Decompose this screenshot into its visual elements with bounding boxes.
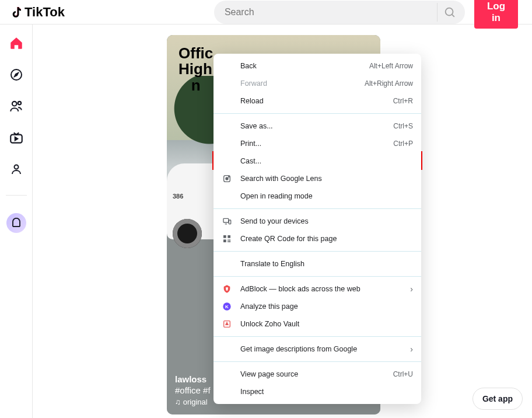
svg-rect-16 [228, 241, 229, 242]
svg-text:K: K [225, 304, 229, 309]
live-icon [9, 130, 24, 145]
ctx-item-get-image-descriptions-from-google[interactable]: Get image descriptions from Google› [214, 340, 421, 358]
ctx-label: Translate to English [240, 260, 413, 268]
tiktok-note-icon [9, 5, 23, 19]
lens-icon [222, 174, 232, 183]
svg-rect-15 [229, 239, 230, 241]
svg-point-3 [18, 102, 20, 104]
sidebar-item-following[interactable] [8, 98, 24, 114]
analyze-icon: K [222, 302, 232, 311]
person-icon [9, 162, 23, 176]
ctx-label: Back [240, 62, 361, 70]
ctx-item-view-page-source[interactable]: View page sourceCtrl+U [214, 365, 421, 383]
ctx-label: Unlock Zoho Vault [240, 320, 413, 328]
sidebar-item-live[interactable] [8, 130, 24, 146]
ctx-item-send-to-your-devices[interactable]: Send to your devices [214, 213, 421, 230]
ctx-item-unlock-zoho-vault[interactable]: Unlock Zoho Vault [214, 315, 421, 333]
ctx-shortcut: Ctrl+R [393, 97, 413, 105]
browser-context-menu: BackAlt+Left ArrowForwardAlt+Right Arrow… [214, 54, 421, 404]
ctx-label: Analyze this page [240, 302, 413, 311]
sidebar-item-profile[interactable] [8, 161, 24, 177]
vault-icon [222, 319, 232, 329]
svg-rect-10 [229, 220, 230, 224]
ctx-label: Reload [240, 97, 385, 105]
arch-icon [11, 218, 22, 228]
ctx-label: Forward [240, 79, 356, 88]
ctx-item-reload[interactable]: ReloadCtrl+R [214, 92, 421, 110]
search-icon [443, 6, 456, 19]
svg-rect-14 [228, 239, 229, 241]
search-wrapper [214, 1, 465, 24]
ctx-item-cast[interactable]: Cast... [214, 152, 421, 170]
ctx-label: Save as... [240, 122, 385, 130]
video-tags[interactable]: #office #f [175, 385, 211, 395]
svg-rect-12 [228, 235, 230, 238]
home-icon [9, 36, 24, 51]
ctx-label: Search with Google Lens [240, 175, 413, 183]
ctx-label: View page source [240, 370, 385, 378]
ctx-shortcut: Ctrl+U [393, 370, 413, 378]
ctx-label: Send to your devices [240, 217, 413, 225]
sidebar-promo-avatar[interactable] [6, 213, 26, 233]
svg-point-7 [226, 177, 228, 180]
svg-rect-17 [229, 241, 230, 242]
svg-point-5 [14, 165, 18, 169]
ctx-item-translate-to-english[interactable]: Translate to English [214, 255, 421, 273]
ctx-label: Print... [240, 140, 385, 148]
ctx-shortcut: Alt+Left Arrow [369, 62, 413, 70]
sidebar [0, 25, 33, 418]
ctx-label: Create QR Code for this page [240, 235, 413, 243]
users-icon [9, 99, 24, 114]
ctx-shortcut: Ctrl+S [393, 122, 413, 130]
ctx-shortcut: Ctrl+P [393, 140, 413, 148]
search-input[interactable] [214, 1, 465, 24]
music-note-icon: ♫ [175, 398, 181, 406]
ctx-item-save-as[interactable]: Save as...Ctrl+S [214, 117, 421, 135]
ctx-label: AdBlock — block ads across the web [240, 285, 402, 293]
ctx-item-search-with-google-lens[interactable]: Search with Google Lens [214, 170, 421, 187]
svg-point-8 [229, 176, 230, 177]
tiktok-logo[interactable]: TikTok [9, 5, 65, 20]
compass-icon [9, 68, 23, 82]
ctx-label: Inspect [240, 388, 413, 396]
adblock-icon [222, 284, 232, 294]
devices-icon [222, 217, 232, 226]
ctx-shortcut: Alt+Right Arrow [365, 79, 413, 88]
qr-icon [222, 234, 232, 243]
ctx-item-print[interactable]: Print...Ctrl+P [214, 135, 421, 152]
ctx-item-forward: ForwardAlt+Right Arrow [214, 75, 421, 92]
video-username[interactable]: lawloss [175, 374, 211, 384]
svg-rect-13 [223, 239, 226, 242]
sidebar-divider [6, 195, 27, 196]
search-button[interactable] [437, 3, 463, 22]
video-meta: lawloss #office #f ♫original [175, 374, 211, 406]
get-app-button[interactable]: Get app [473, 388, 523, 410]
ctx-item-analyze-this-page[interactable]: KAnalyze this page [214, 298, 421, 315]
ctx-label: Open in reading mode [240, 192, 413, 200]
video-overlay-text: Offic High n [178, 46, 213, 93]
brand-text: TikTok [24, 5, 65, 20]
sidebar-item-explore[interactable] [8, 67, 24, 83]
ctx-item-open-in-reading-mode[interactable]: Open in reading mode [214, 187, 421, 205]
ctx-label: Cast... [240, 157, 413, 165]
svg-rect-11 [223, 235, 226, 238]
ctx-item-inspect[interactable]: Inspect [214, 383, 421, 400]
sidebar-item-for-you[interactable] [8, 35, 24, 51]
svg-point-2 [12, 102, 16, 106]
ctx-item-adblock-block-ads-across-the-web[interactable]: AdBlock — block ads across the web› [214, 280, 421, 298]
video-sound[interactable]: ♫original [175, 398, 211, 406]
svg-rect-9 [223, 218, 229, 222]
ctx-item-create-qr-code-for-this-page[interactable]: Create QR Code for this page [214, 230, 421, 248]
ctx-label: Get image descriptions from Google [240, 345, 402, 353]
header: TikTok Log in [0, 0, 532, 25]
ctx-item-back[interactable]: BackAlt+Left Arrow [214, 57, 421, 75]
chevron-right-icon: › [410, 284, 413, 294]
chevron-right-icon: › [410, 344, 413, 354]
